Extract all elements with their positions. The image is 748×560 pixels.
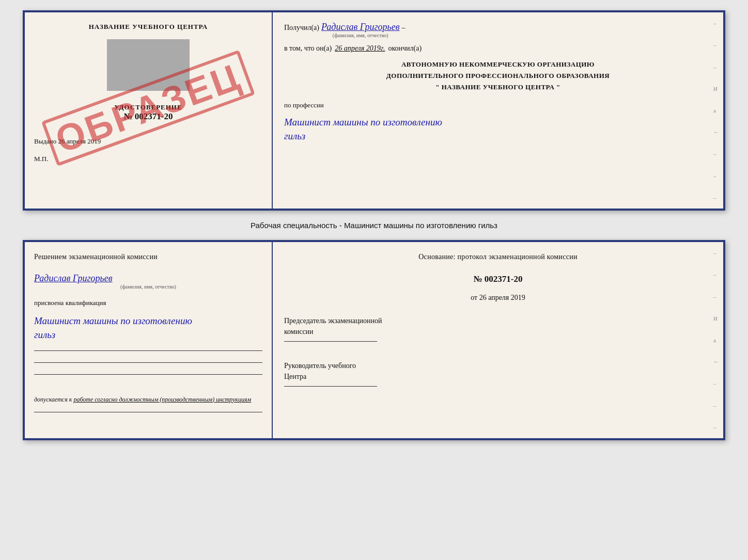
bottom-line-4 (34, 412, 262, 412)
qualification-text: Машинист машины по изготовлению гильз (34, 314, 262, 342)
ruk-line2: Центра (284, 371, 712, 382)
side-marks: – – – И а ← – – – (713, 12, 719, 209)
pred-line1: Председатель экзаменационной (284, 315, 712, 326)
qual-line1: Машинист машины по изготовлению (34, 315, 192, 326)
org-line1: АВТОНОМНУЮ НЕКОММЕРЧЕСКУЮ ОРГАНИЗАЦИЮ (284, 59, 712, 70)
rukovoditel-text: Руководитель учебного Центра (284, 360, 712, 391)
vydano-line: Выдано 26 апреля 2019 (34, 137, 262, 146)
vtom-date: 26 апреля 2019г. (335, 44, 385, 53)
vydano-date: 26 апреля 2019 (58, 137, 101, 145)
okonchil-label: окончил(а) (388, 44, 422, 53)
photo-placeholder (107, 39, 190, 91)
predsedatel-text: Председатель экзаменационной комиссии (284, 315, 712, 346)
person-name: Радислав Григорьев (34, 273, 113, 284)
org-block: АВТОНОМНУЮ НЕКОММЕРЧЕСКУЮ ОРГАНИЗАЦИЮ ДО… (284, 59, 712, 93)
ot-date-line: от 26 апреля 2019 (284, 294, 712, 302)
mp-label: М.П. (34, 155, 262, 163)
prisvoena-label: присвоена квалификация (34, 299, 262, 307)
resheniem-text: Решением экзаменационной комиссии (34, 251, 262, 263)
dopusk-main: работе согласно должностным (производств… (73, 396, 251, 403)
fio-subtitle-bottom: (фамилия, имя, отчество) (120, 284, 176, 290)
po-professii-label: по профессии (284, 101, 712, 109)
pred-line2: комиссии (284, 326, 712, 337)
fam-label: (фамилия, имя, отчество) (333, 33, 388, 38)
top-left-panel: НАЗВАНИЕ УЧЕБНОГО ЦЕНТРА УДОСТОВЕРЕНИЕ №… (25, 12, 273, 209)
dopusk-prefix: допускается к (34, 396, 72, 403)
ot-date-val: 26 апреля 2019 (479, 294, 525, 301)
vtom-line: в том, что он(а) 26 апреля 2019г. окончи… (284, 44, 712, 53)
top-document: НАЗВАНИЕ УЧЕБНОГО ЦЕНТРА УДОСТОВЕРЕНИЕ №… (23, 10, 725, 211)
ot-label: от (471, 294, 477, 301)
bottom-line-1 (34, 350, 262, 351)
poluchil-name: Радислав Григорьев (321, 22, 400, 33)
bottom-line-3 (34, 374, 262, 375)
profession-line1: Машинист машины по изготовлению (284, 117, 442, 127)
dopusk-text: допускается к работе согласно должностны… (34, 395, 262, 404)
top-right-panel: Получил(а) Радислав Григорьев (фамилия, … (273, 12, 723, 209)
working-specialty-label: Рабочая специальность - Машинист машины … (251, 220, 497, 231)
profession-line2: гильз (284, 131, 305, 141)
bottom-line-2 (34, 362, 262, 363)
udostoverenie-number: № 002371-20 (34, 111, 262, 122)
vydano-label: Выдано (34, 137, 56, 145)
profession-text: Машинист машины по изготовлению гильз (284, 116, 712, 143)
bottom-side-marks: – – – И а ← – – – (713, 242, 719, 438)
predsedatel-signature (284, 341, 377, 342)
bottom-document: Решением экзаменационной комиссии Радисл… (23, 240, 725, 440)
poluchil-label: Получил(а) (284, 24, 319, 32)
org-line3: " НАЗВАНИЕ УЧЕБНОГО ЦЕНТРА " (284, 82, 712, 93)
dash1: – (402, 24, 406, 32)
ruk-line1: Руководитель учебного (284, 360, 712, 371)
protocol-number: № 002371-20 (284, 274, 712, 284)
rukovoditel-signature (284, 386, 377, 387)
top-center-title: НАЗВАНИЕ УЧЕБНОГО ЦЕНТРА (34, 23, 262, 31)
poluchil-line: Получил(а) Радислав Григорьев (фамилия, … (284, 22, 712, 38)
vtom-label: в том, что он(а) (284, 44, 332, 53)
udostoverenie-block: УДОСТОВЕРЕНИЕ № 002371-20 (34, 103, 262, 122)
osnovanie-text: Основание: протокол экзаменационной коми… (284, 251, 712, 263)
org-line2: ДОПОЛНИТЕЛЬНОГО ПРОФЕССИОНАЛЬНОГО ОБРАЗО… (284, 70, 712, 82)
bottom-left-panel: Решением экзаменационной комиссии Радисл… (25, 242, 273, 438)
bottom-right-panel: Основание: протокол экзаменационной коми… (273, 242, 723, 438)
udostoverenie-label: УДОСТОВЕРЕНИЕ (34, 103, 262, 111)
qual-line2: гильз (34, 329, 55, 340)
